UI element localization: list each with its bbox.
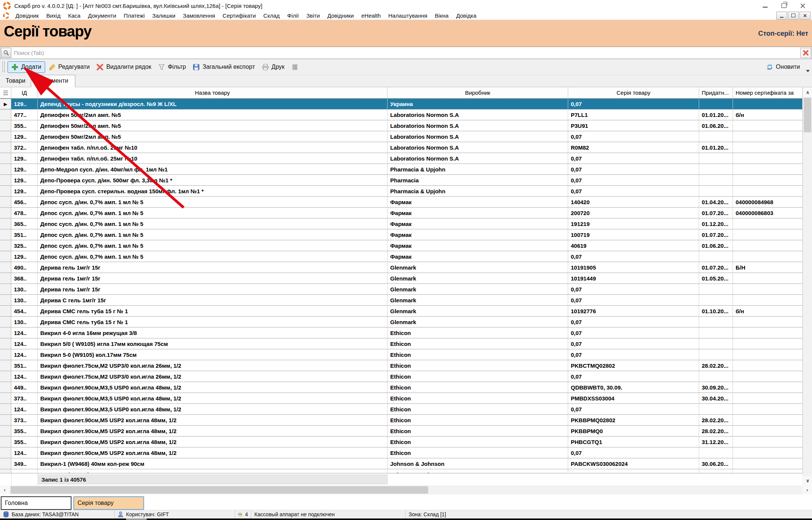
table-row[interactable]: 129..Депос сусп. д/ин. 0,7% амп. 1 мл № … — [0, 251, 803, 262]
column-header-id[interactable]: ІД — [11, 87, 38, 98]
menu-sklad[interactable]: Склад — [260, 12, 283, 19]
table-row[interactable]: 355..Депиофен 50мг/2мл амп. №5Laboratori… — [0, 120, 803, 131]
table-row[interactable]: 365..Депос сусп. д/ин. 0,7% амп. 1 мл № … — [0, 218, 803, 229]
table-row[interactable]: 349..Викрил-1 (W9468) 40мм кол-реж 90смJ… — [0, 458, 803, 469]
column-header-manufacturer[interactable]: Виробник — [388, 87, 568, 98]
menu-sertyfikaty[interactable]: Сертифікати — [219, 12, 260, 19]
menu-vikna[interactable]: Вікна — [431, 12, 453, 19]
scroll-left-button[interactable]: ‹ — [0, 485, 9, 494]
table-row[interactable]: 355..Викрил фиолет.90см,М5 USP2 кол.игла… — [0, 426, 803, 437]
search-button[interactable] — [1, 48, 11, 58]
tab-dokumenty[interactable]: Документи — [31, 75, 75, 87]
table-row[interactable]: 478..Депос сусп. д/ин. 0,7% амп. 1 мл № … — [0, 208, 803, 218]
menu-ehealth[interactable]: eHealth — [357, 12, 385, 19]
table-row[interactable]: 454..Дерива СМС гель туба 15 г № 1Glenma… — [0, 306, 803, 317]
column-header-series[interactable]: Серія товару — [568, 87, 699, 98]
table-row[interactable]: 130..Дерива СМС гель туба 15 г № 1Glenma… — [0, 317, 803, 327]
column-header-name[interactable]: Назва товару — [38, 87, 388, 98]
cell-series: 0,07 — [568, 186, 699, 196]
table-row[interactable]: 129..Депиофен табл. п/пл.об. 25мг №10Lab… — [0, 153, 803, 164]
close-button[interactable] — [793, 0, 812, 11]
table-row[interactable]: 355..Викрил фиолет.90см,М5 USP2 кол.игла… — [0, 437, 803, 447]
table-row[interactable]: 477..Депиофен 50мг/2мл амп. №5Laboratori… — [0, 109, 803, 120]
menu-dovidka[interactable]: Довідка — [452, 12, 480, 19]
menu-zvity[interactable]: Звіти — [303, 12, 324, 19]
menu-dokumenty[interactable]: Документи — [84, 12, 120, 19]
minimize-button[interactable] — [756, 0, 774, 11]
table-row[interactable]: 129..Депо-Провера сусп. стерильн. водная… — [0, 186, 803, 197]
horizontal-scroll-thumb[interactable] — [11, 486, 428, 494]
menu-vykhid[interactable]: Вихід — [43, 12, 64, 19]
table-row[interactable]: 124..Викрил фиолет.90см,М3,5 USP0 кол.иг… — [0, 404, 803, 415]
mdi-close-button[interactable] — [800, 12, 810, 20]
table-row[interactable]: ▶129..Депенд Трусы - подгузники д/взросл… — [0, 99, 803, 109]
table-row[interactable]: 129..Депо-Провера сусп. д/ин. 500мг фл. … — [0, 175, 803, 186]
tab-tovary[interactable]: Товари — [0, 76, 31, 87]
restore-button[interactable] — [774, 0, 793, 11]
menu-zamovlennia[interactable]: Замовлення — [179, 12, 219, 19]
columns-button[interactable] — [288, 62, 302, 73]
status-zone: Зона: Склад [1] — [406, 510, 500, 518]
table-row[interactable]: 129..Депо-Медрол сусп. д/ин. 40мг/мл фл.… — [0, 164, 803, 175]
table-row[interactable]: 129..Депиофен 50мг/2мл амп. №5Laboratori… — [0, 131, 803, 142]
menu-dovidnyk[interactable]: Довідник — [12, 12, 43, 19]
export-button[interactable]: Загальний експорт — [189, 62, 258, 73]
cell-valid — [699, 371, 733, 382]
table-row[interactable]: 130..Дерива С гель 1мг/г 15гGlenmark0,07 — [0, 295, 803, 306]
menu-filii[interactable]: Філії — [283, 12, 303, 19]
vertical-scrollbar[interactable]: ∧ ∨ — [803, 87, 812, 485]
mdi-restore-button[interactable] — [788, 12, 799, 20]
scroll-up-button[interactable]: ∧ — [803, 87, 812, 97]
window-tab-seriya-tovaru[interactable]: Серія товару — [73, 496, 144, 510]
table-row[interactable]: 124..Викрил-1 (W9468) 40мм кол-реж 90смJ… — [0, 469, 803, 473]
table-row[interactable]: 372..Депиофен табл. п/пл.об. 25мг №10Lab… — [0, 142, 803, 153]
refresh-dropdown-caret-icon[interactable] — [806, 70, 810, 72]
table-row[interactable]: 325..Депос сусп. д/ин. 0,7% амп. 1 мл № … — [0, 240, 803, 251]
menu-zalyshky[interactable]: Залишки — [149, 12, 179, 19]
cell-cert — [733, 186, 803, 196]
edit-button[interactable]: Редагувати — [45, 62, 93, 73]
table-row[interactable]: 456..Депос сусп. д/ин. 0,7% амп. 1 мл № … — [0, 197, 803, 208]
export-button-label: Загальний експорт — [202, 64, 255, 70]
cell-id: 325.. — [11, 240, 38, 251]
mdi-minimize-button[interactable] — [776, 12, 787, 20]
scroll-right-button[interactable]: › — [803, 485, 812, 494]
delete-row-button[interactable]: Видалити рядок — [93, 62, 154, 73]
refresh-button[interactable]: Оновити — [766, 64, 806, 71]
cell-marker — [0, 208, 11, 218]
clear-search-button[interactable] — [800, 48, 811, 58]
menu-nalashtuvannia[interactable]: Налаштування — [385, 12, 431, 19]
table-row[interactable]: 351..Викрил фиолет.75см,М2 USP3/0 кол.иг… — [0, 360, 803, 371]
vertical-scroll-thumb[interactable] — [804, 98, 811, 132]
menu-platezhi[interactable]: Платежі — [120, 12, 149, 19]
search-input[interactable] — [11, 49, 800, 56]
cell-cert — [733, 327, 803, 338]
table-row[interactable]: 373..Викрил фиолет.90см,М3,5 USP0 кол.иг… — [0, 393, 803, 404]
table-row[interactable]: 124..Викрил фиолет.75см,М2 USP3/0 кол.иг… — [0, 371, 803, 382]
window-tab-holovna[interactable]: Головна — [1, 496, 71, 510]
table-row[interactable]: 124..Викрил 4-0 игла 16мм режущая 3/8Eth… — [0, 327, 803, 338]
menu-dovidnyky[interactable]: Довідники — [324, 12, 357, 19]
table-row[interactable]: 124..Викрил фиолет.90см,М5 USP2 кол.игла… — [0, 447, 803, 458]
table-row[interactable]: 368..Дерива гель 1мг/г 15гGlenmark101914… — [0, 273, 803, 284]
table-row[interactable]: 130..Дерива гель 1мг/г 15гGlenmark0,07 — [0, 284, 803, 295]
menu-kasa[interactable]: Каса — [64, 12, 84, 19]
column-header-valid-until[interactable]: Придатн... — [699, 87, 733, 98]
filter-button[interactable]: Фільтр — [155, 62, 189, 73]
print-button[interactable]: Друк — [259, 62, 288, 73]
table-row[interactable]: 124..Викрил 5/0 ( W9105) игла 17мм колющ… — [0, 338, 803, 349]
toolbar-grip-handle[interactable] — [2, 62, 5, 72]
column-header-certificate[interactable]: Номер сертифіката за — [733, 87, 803, 98]
cell-marker — [0, 164, 11, 174]
cell-cert — [733, 393, 803, 403]
column-header-marker[interactable] — [0, 87, 11, 98]
horizontal-scrollbar[interactable]: ‹ › — [0, 485, 812, 494]
add-button[interactable]: Додати — [8, 61, 45, 73]
table-row[interactable]: 124..Викрил 5-0 (W9105) кол.17мм 75смEth… — [0, 349, 803, 360]
scroll-down-button[interactable]: ∨ — [803, 476, 812, 485]
table-row[interactable]: 490..Дерива гель 1мг/г 15гGlenmark101919… — [0, 262, 803, 273]
table-row[interactable]: 351..Депос сусп. д/ин. 0,7% амп. 1 мл № … — [0, 229, 803, 240]
table-row[interactable]: 449..Викрил фиолет.90см,М3,5 USP0 кол.иг… — [0, 382, 803, 393]
table-row[interactable]: 373..Викрил фиолет.90см,М5 USP2 кол.игла… — [0, 415, 803, 426]
columns-grid-icon — [291, 64, 298, 71]
